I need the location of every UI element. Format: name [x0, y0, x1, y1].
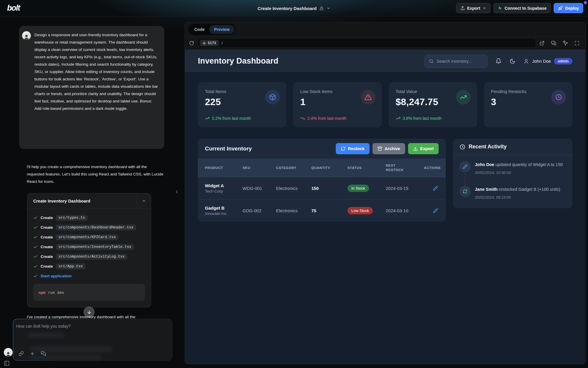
file-chip[interactable]: src/components/KPICard.tsx [56, 234, 118, 240]
search-input[interactable] [437, 59, 483, 64]
open-external-icon[interactable] [539, 41, 544, 46]
sparkles-icon[interactable] [30, 351, 35, 356]
step-action: Create [41, 225, 53, 230]
file-chip[interactable]: src/components/DashboardHeader.tsx [56, 225, 136, 231]
connect-supabase-button[interactable]: Connect to Supabase [493, 3, 551, 13]
reload-icon[interactable] [189, 41, 194, 46]
dashboard-title: Inventory Dashboard [198, 57, 278, 66]
artifact-step: Create src/App.tsx [33, 261, 145, 271]
download-icon [413, 146, 418, 151]
address-bar[interactable]: 5173 / [198, 38, 536, 48]
next-restock-cell: 2024-03-10 [386, 208, 424, 213]
chat-mode-icon[interactable] [41, 351, 46, 356]
collapse-chat-chevron[interactable] [174, 189, 180, 196]
fullscreen-icon[interactable] [574, 41, 579, 46]
artifact-card: Create Inventory Dashboard Create src/ty… [27, 193, 151, 307]
artifact-step: Create src/types.ts [33, 213, 145, 223]
collapse-artifact-button[interactable] [137, 193, 151, 209]
file-chip[interactable]: src/types.ts [56, 215, 88, 221]
artifact-header[interactable]: Create Inventory Dashboard [27, 193, 151, 209]
dashboard-header-actions: John Doe admin [425, 55, 572, 68]
table-row[interactable]: Widget A Tech Corp WDG-001 Electronics 1… [198, 177, 446, 199]
user-icon [523, 58, 529, 64]
category-cell: Electronics [276, 186, 311, 191]
trending-up-icon [456, 90, 471, 105]
attach-link-icon[interactable] [19, 351, 24, 356]
user-menu[interactable]: John Doe admin [523, 58, 572, 64]
activity-timestamp: 20/02/2024, 10:30:00 [475, 170, 563, 176]
file-chip[interactable]: src/components/ActivityLog.tsx [56, 254, 127, 260]
plug-icon [202, 41, 206, 45]
activity-item: John Doeupdated quantity of Widget A to … [460, 161, 566, 176]
activity-header: Recent Activity [453, 139, 572, 155]
trending-up-icon [205, 116, 210, 121]
project-title: Create Inventory Dashboard [258, 6, 317, 11]
pencil-icon [460, 161, 471, 172]
restock-button[interactable]: Restock [336, 143, 369, 154]
chevron-down-icon [326, 6, 330, 10]
edit-pencil-icon[interactable] [433, 186, 438, 191]
refresh-icon [341, 146, 345, 151]
inspector-toggle-icon[interactable] [563, 40, 568, 46]
start-application-link[interactable]: Start application [41, 274, 72, 278]
file-chip[interactable]: src/components/InventoryTable.tsx [56, 244, 134, 250]
user-prompt-text: Design a responsive and user-friendly in… [34, 31, 158, 142]
port-chip[interactable]: 5173 [200, 40, 219, 46]
trending-up-icon [396, 116, 400, 121]
search-box[interactable] [425, 55, 487, 68]
export-table-button[interactable]: Export [408, 143, 439, 154]
browser-chrome: 5173 / [185, 37, 585, 50]
notifications-bell-icon[interactable] [495, 58, 502, 64]
alert-triangle-icon [361, 90, 375, 105]
chat-input-box[interactable] [13, 319, 172, 361]
main-split: Design a responsive and user-friendly in… [0, 16, 588, 368]
notification-dot [584, 1, 587, 4]
tab-code[interactable]: Code [190, 25, 209, 34]
check-icon [33, 235, 38, 239]
column-header: Product [205, 166, 243, 170]
column-header: Quantity [311, 166, 348, 170]
edit-pencil-icon[interactable] [433, 208, 438, 213]
role-badge: admin [554, 58, 572, 64]
bolt-logo[interactable]: bolt [7, 4, 20, 13]
command-binary: npm [39, 291, 45, 295]
chevron-up-icon [142, 199, 146, 203]
sidebar-toggle-icon[interactable] [4, 360, 10, 367]
quantity-cell[interactable]: 150 [311, 186, 348, 191]
user-message: Design a responsive and user-friendly in… [19, 26, 164, 149]
tab-preview[interactable]: Preview [209, 25, 234, 34]
project-title-group[interactable]: Create Inventory Dashboard [258, 0, 330, 16]
actions-cell [424, 186, 439, 191]
user-avatar [22, 31, 31, 40]
browser-actions [539, 40, 581, 46]
export-button[interactable]: Export [456, 3, 491, 13]
category-cell: Electronics [276, 208, 311, 213]
kpi-card-low-stock: Low Stock Items 1 2.4% from last month [293, 82, 382, 127]
top-bar: bolt Create Inventory Dashboard Export [0, 0, 588, 16]
archive-button[interactable]: Archive [372, 143, 405, 154]
step-action: Create [41, 235, 53, 239]
kpi-grid: Total Items 225 5.2% from last month [198, 82, 572, 127]
deploy-button[interactable]: Deploy [554, 3, 583, 13]
chat-input[interactable] [16, 321, 163, 331]
preview-panel: Code Preview 5173 / [185, 22, 586, 364]
recent-activity-card: Recent Activity John Doeupdated quan [453, 139, 572, 208]
artifact-step: Create src/components/InventoryTable.tsx [33, 242, 145, 252]
sku-cell: GDG-002 [243, 208, 276, 213]
account-avatar[interactable] [4, 348, 13, 357]
step-action: Create [41, 254, 53, 259]
editor-tabs-row: Code Preview [185, 22, 585, 37]
dark-mode-toggle-icon[interactable] [510, 58, 515, 64]
inventory-card: Current Inventory Restock [198, 139, 446, 222]
step-action: Create [41, 216, 53, 220]
status-cell: In Stock [348, 185, 386, 192]
chat-input-toolbar [19, 351, 46, 356]
artifact-step: Create src/components/ActivityLog.tsx [33, 252, 145, 261]
table-row[interactable]: Gadget B Innovate Inc GDG-002 Electronic… [198, 199, 446, 222]
responsive-devices-icon[interactable] [551, 40, 556, 46]
archive-icon [377, 146, 382, 151]
file-chip[interactable]: src/App.tsx [56, 263, 86, 269]
blurred-content [28, 333, 65, 338]
refresh-icon [460, 186, 471, 197]
quantity-cell[interactable]: 75 [311, 208, 348, 213]
